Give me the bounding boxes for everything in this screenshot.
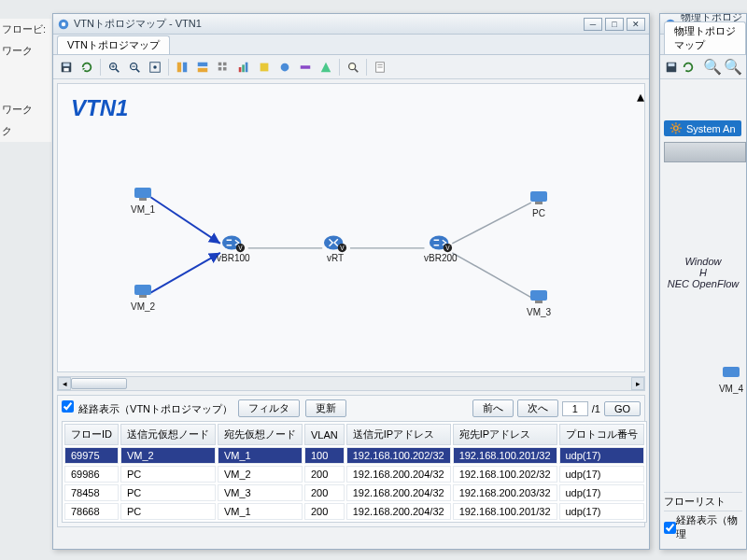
node-vbr100[interactable]: V vBR100 [217,233,250,263]
svg-rect-24 [246,62,248,72]
refresh-icon[interactable] [681,58,696,77]
flow-table[interactable]: フローID送信元仮想ノード宛先仮想ノードVLAN送信元IPアドレス宛先IPアドレ… [62,421,647,523]
titlebar[interactable]: VTNトポロジマップ - VTN1 ─ □ ✕ [53,14,649,35]
right-caption: Window H NEC OpenFlow [664,256,742,289]
svg-rect-20 [218,67,222,71]
save-icon[interactable] [664,58,679,77]
refresh-button[interactable]: 更新 [305,399,346,417]
save-icon[interactable] [57,58,76,77]
table-row[interactable]: 78668PCVM_1200192.168.200.204/32192.168.… [64,503,644,520]
svg-line-34 [150,253,220,293]
page-total: /1 [592,403,600,414]
svg-point-1 [62,21,65,25]
svg-rect-58 [669,63,675,66]
topology-canvas[interactable]: VTN1 VM_1 VM_2 V vBR100 V vRT V vB [57,83,645,372]
canvas-hscroll[interactable]: ◂ ▸ [57,376,645,391]
svg-line-33 [150,197,220,244]
go-button[interactable]: GO [604,401,641,416]
prev-button[interactable]: 前へ [472,399,514,417]
node-vm2[interactable]: VM_2 [131,282,155,312]
tab-physical-topology[interactable]: 物理トポロジマップ [664,21,746,54]
scroll-up-icon[interactable]: ▴ [637,88,642,93]
scroll-right-icon[interactable]: ▸ [631,377,644,390]
tool2-icon[interactable] [275,58,294,77]
layout1-icon[interactable] [173,58,191,77]
node-vbr200[interactable]: V vBR200 [424,233,458,263]
svg-line-6 [116,68,120,72]
svg-point-13 [153,65,157,69]
zoom-out-icon[interactable] [125,58,144,77]
route-display-checkbox[interactable]: 経路表示（VTNトポロジマップ） [62,400,233,416]
svg-rect-19 [223,62,227,65]
page-input[interactable] [562,401,588,416]
node-vm3[interactable]: VM_3 [527,287,551,317]
zoom-fit-icon[interactable] [146,58,164,77]
find-icon[interactable] [344,58,362,77]
server-icon [664,142,746,162]
tool3-icon[interactable] [296,58,315,77]
svg-rect-14 [177,62,181,72]
svg-rect-27 [301,65,311,69]
system-badge: 🔆System An [664,120,741,136]
route-display-checkbox-right[interactable]: 経路表示（物理 [664,511,742,543]
flow-panel: 経路表示（VTNトポロジマップ） フィルタ 更新 前へ 次へ /1 GO フロー… [57,395,645,527]
tabstrip: VTNトポロジマップ [53,35,649,55]
svg-rect-3 [63,63,70,66]
physical-topology-window: 物理トポロジマッ 物理トポロジマップ 🔍 🔍 🔆System An Window… [659,13,747,550]
tab-vtn-topology[interactable]: VTNトポロジマップ [57,35,170,54]
svg-rect-18 [218,62,222,65]
table-row[interactable]: 69975VM_2VM_1100192.168.100.202/32192.16… [64,447,644,464]
node-vm1[interactable]: VM_1 [131,185,155,215]
node-pc[interactable]: PC [527,189,551,218]
node-vrt[interactable]: V vRT [323,233,347,263]
zoom-in-icon[interactable] [105,58,123,77]
svg-rect-16 [198,62,208,65]
refresh-icon[interactable] [78,58,96,77]
svg-rect-39 [134,188,151,198]
chart-icon[interactable] [234,58,253,77]
scroll-left-icon[interactable]: ◂ [58,377,71,390]
svg-rect-23 [242,64,245,72]
svg-rect-53 [535,202,543,204]
svg-line-37 [452,203,530,244]
svg-text:V: V [340,245,345,251]
svg-rect-40 [139,198,147,201]
svg-line-10 [136,68,140,72]
svg-rect-59 [723,367,740,377]
svg-rect-54 [530,290,547,301]
maximize-button[interactable]: □ [605,18,624,31]
left-sidebar-fragment: フロービ: ワーク ワーク ク [0,19,51,142]
topology-links [58,84,644,371]
table-row[interactable]: 69986PCVM_2200192.168.200.204/32192.168.… [64,466,644,483]
filter-button[interactable]: フィルタ [238,399,300,417]
svg-text:V: V [238,245,243,251]
tool1-icon[interactable] [255,58,274,77]
svg-line-29 [355,68,359,72]
next-button[interactable]: 次へ [517,399,558,417]
zoom-out-icon[interactable]: 🔍 [724,58,742,77]
close-button[interactable]: ✕ [627,18,645,31]
svg-rect-4 [63,67,68,71]
svg-rect-41 [134,285,151,295]
flowlist-tab[interactable]: フローリスト [664,492,742,511]
svg-point-26 [281,63,289,71]
svg-rect-21 [223,67,227,71]
svg-text:V: V [445,245,450,251]
layout2-icon[interactable] [193,58,212,77]
node-vm4[interactable]: VM_4 [692,364,747,394]
tool4-icon[interactable] [317,58,335,77]
zoom-in-icon[interactable]: 🔍 [703,58,722,77]
table-header-row[interactable]: フローID送信元仮想ノード宛先仮想ノードVLAN送信元IPアドレス宛先IPアドレ… [64,424,644,445]
table-row[interactable]: 78458PCVM_3200192.168.200.204/32192.168.… [64,484,644,501]
svg-point-28 [349,63,356,69]
svg-rect-22 [239,67,242,72]
svg-rect-15 [183,62,187,72]
svg-rect-17 [198,67,208,71]
grid-icon[interactable] [214,58,233,77]
minimize-button[interactable]: ─ [584,18,602,31]
toolbar [53,55,649,79]
scroll-thumb[interactable] [71,378,127,389]
app-icon [57,18,70,31]
window-title: VTNトポロジマップ - VTN1 [74,17,584,31]
properties-icon[interactable] [371,58,389,77]
